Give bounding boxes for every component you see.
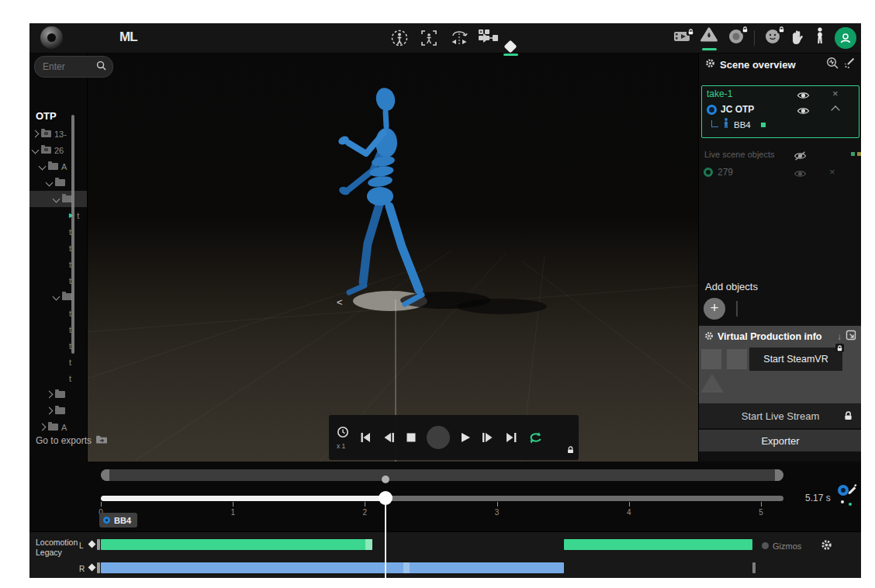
- chevron-right-icon[interactable]: [46, 391, 54, 399]
- keyframe-diamond-icon[interactable]: [88, 564, 96, 572]
- tree-item[interactable]: t: [29, 370, 87, 386]
- search-box[interactable]: [34, 56, 113, 78]
- chevron-down-icon[interactable]: [46, 179, 54, 187]
- skip-to-end-button[interactable]: [504, 431, 518, 444]
- track-right-marker[interactable]: [752, 562, 756, 573]
- tree-item[interactable]: t: [29, 337, 87, 354]
- chevron-down-icon[interactable]: [53, 293, 61, 301]
- chevron-down-icon[interactable]: [32, 147, 40, 154]
- tree-item[interactable]: [29, 289, 87, 305]
- step-forward-button[interactable]: [481, 431, 495, 444]
- track-lane-left[interactable]: [101, 539, 783, 550]
- loop-button[interactable]: [527, 431, 543, 444]
- tree-item[interactable]: 13-: [29, 126, 87, 142]
- mannequin-figure[interactable]: [337, 86, 422, 304]
- start-live-stream-button[interactable]: Start Live Stream: [699, 403, 861, 428]
- download-arrow-icon[interactable]: ↓: [837, 331, 842, 342]
- start-steamvr-button[interactable]: Start SteamVR: [749, 348, 842, 371]
- video-capture-button[interactable]: [673, 30, 690, 46]
- take-row[interactable]: take-1 ×: [702, 86, 859, 102]
- record-button[interactable]: [427, 426, 450, 449]
- edit-take-icon[interactable]: [838, 483, 859, 507]
- live-scene-objects-row[interactable]: Live scene objects: [699, 147, 861, 161]
- play-button[interactable]: [459, 431, 472, 444]
- live-object-row[interactable]: 279 ×: [699, 164, 861, 180]
- close-icon[interactable]: ×: [832, 88, 839, 99]
- visibility-eye-icon-dim[interactable]: [794, 168, 807, 182]
- close-icon-dim[interactable]: ×: [829, 167, 835, 177]
- track-left-start-handle[interactable]: [97, 539, 100, 550]
- chevron-right-icon[interactable]: [46, 407, 54, 415]
- take-group[interactable]: take-1 × JC OTP BB4: [701, 85, 859, 138]
- glove-button[interactable]: [790, 29, 805, 48]
- playhead-line[interactable]: [385, 498, 386, 578]
- chevron-right-icon[interactable]: [39, 424, 47, 431]
- timeline-zoom-bar[interactable]: [101, 469, 783, 481]
- vp-thumbnail[interactable]: [727, 349, 747, 369]
- magic-wand-icon[interactable]: [843, 57, 856, 72]
- tree-item[interactable]: [29, 403, 87, 419]
- tree-item[interactable]: 26: [29, 142, 87, 158]
- track-lane-right[interactable]: [101, 562, 783, 573]
- vp-thumbnail[interactable]: [701, 349, 721, 369]
- exporter-button[interactable]: Exporter: [699, 430, 861, 451]
- tree-scrollbar[interactable]: [71, 115, 74, 354]
- tree-item[interactable]: [29, 386, 87, 403]
- zoom-bar-right-handle[interactable]: [775, 469, 783, 481]
- smartsuit-button[interactable]: [814, 27, 825, 49]
- expand-icon[interactable]: [846, 330, 856, 344]
- stop-button[interactable]: [405, 431, 417, 444]
- actor-row[interactable]: JC OTP: [702, 102, 859, 117]
- track-segment-left[interactable]: [101, 539, 372, 550]
- playback-speed-button[interactable]: x 1: [337, 426, 349, 450]
- skip-to-start-button[interactable]: [358, 431, 372, 444]
- tree-item[interactable]: A: [29, 158, 87, 175]
- project-root-label[interactable]: OTP: [36, 110, 57, 122]
- profile-row[interactable]: BB4: [702, 117, 859, 133]
- track-segment-left[interactable]: [564, 539, 753, 550]
- chevron-up-icon[interactable]: [831, 105, 839, 114]
- tree-item[interactable]: t: [29, 272, 87, 289]
- zoom-bar-left-handle[interactable]: [101, 469, 109, 481]
- track-right-start-handle[interactable]: [97, 562, 100, 573]
- zoom-bar-center-dot[interactable]: [382, 476, 389, 483]
- tree-item[interactable]: t: [29, 305, 87, 321]
- chevron-down-icon[interactable]: [53, 195, 61, 203]
- turntable-icon[interactable]: [450, 29, 469, 47]
- search-input[interactable]: [41, 61, 93, 73]
- keyframe-diamond-icon[interactable]: [88, 541, 96, 548]
- add-object-button[interactable]: +: [704, 298, 725, 320]
- profile-avatar[interactable]: [835, 27, 856, 49]
- gizmos-toggle-dot[interactable]: [762, 542, 769, 549]
- figure-circle-icon[interactable]: [391, 29, 408, 47]
- eye-off-icon[interactable]: [794, 150, 807, 164]
- tree-item[interactable]: ▶t: [29, 207, 87, 223]
- clip-chip[interactable]: BB4: [99, 513, 137, 527]
- playback-lock-icon[interactable]: [567, 443, 574, 457]
- go-to-exports-button[interactable]: Go to exports: [36, 434, 108, 447]
- tree-item[interactable]: t: [29, 321, 87, 337]
- face-capture-button[interactable]: [764, 28, 781, 48]
- chevron-down-icon[interactable]: [39, 163, 47, 171]
- tree-item[interactable]: [29, 175, 87, 191]
- viewport-3d[interactable]: <: [87, 53, 698, 462]
- tree-item[interactable]: t: [29, 240, 87, 256]
- zoom-graph-icon[interactable]: [826, 57, 839, 72]
- step-back-button[interactable]: [382, 431, 396, 444]
- figure-focus-icon[interactable]: [420, 29, 438, 47]
- tree-item[interactable]: t: [29, 256, 87, 272]
- tree-item[interactable]: [29, 191, 88, 207]
- tree-item[interactable]: t: [29, 354, 87, 370]
- timeline-slider[interactable]: [101, 496, 783, 501]
- chevron-right-icon[interactable]: [32, 130, 40, 138]
- segment-end-cap[interactable]: [365, 539, 372, 550]
- play-clip-icon[interactable]: [481, 32, 500, 44]
- device-ring-button[interactable]: [728, 28, 745, 48]
- app-logo[interactable]: [40, 26, 63, 49]
- track-settings-gear-icon[interactable]: [821, 539, 832, 554]
- gear-icon[interactable]: [704, 330, 714, 344]
- coil-pro-button[interactable]: [700, 26, 718, 50]
- tree-item[interactable]: A: [29, 419, 87, 435]
- playhead-handle[interactable]: [379, 491, 393, 505]
- track-segment-right[interactable]: [101, 562, 564, 573]
